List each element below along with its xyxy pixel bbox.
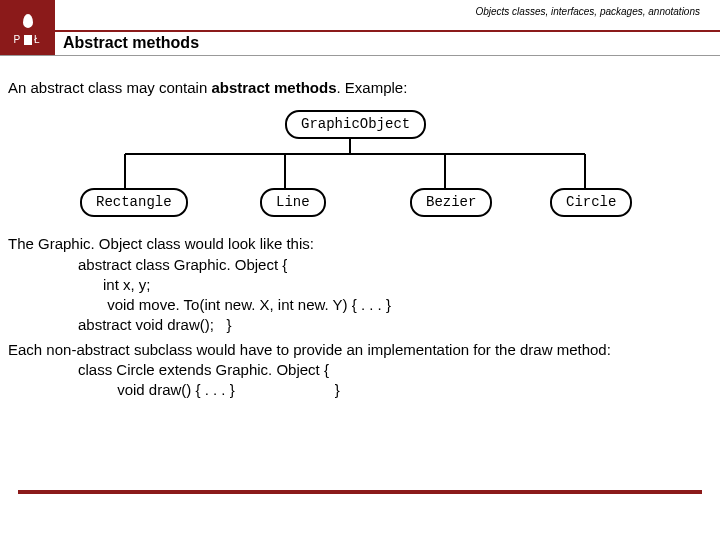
node-graphicobject: GraphicObject (285, 110, 426, 139)
logo-letters: P Ł (13, 34, 41, 45)
slide-header: P Ł Objects classes, interfaces, package… (0, 0, 720, 58)
paragraph-1: The Graphic. Object class would look lik… (8, 234, 712, 254)
node-bezier: Bezier (410, 188, 492, 217)
code2-line2: void draw() { . . . } } (8, 380, 712, 400)
logo-letter-left: P (13, 34, 22, 45)
node-circle: Circle (550, 188, 632, 217)
institution-logo: P Ł (0, 0, 55, 55)
node-line: Line (260, 188, 326, 217)
header-right: Objects classes, interfaces, packages, a… (55, 0, 720, 55)
paragraph-2: Each non-abstract subclass would have to… (8, 340, 712, 360)
code1-line4: abstract void draw(); } (8, 315, 712, 335)
code1-line3: void move. To(int new. X, int new. Y) { … (8, 295, 712, 315)
code1-line1: abstract class Graphic. Object { (8, 255, 712, 275)
code1-line2: int x, y; (8, 275, 712, 295)
footer-divider (18, 490, 702, 494)
header-divider (55, 30, 720, 32)
breadcrumb: Objects classes, interfaces, packages, a… (475, 6, 700, 17)
code2-line1: class Circle extends Graphic. Object { (8, 360, 712, 380)
page-title: Abstract methods (63, 34, 199, 52)
header-bottom-line (0, 55, 720, 56)
slide-content: An abstract class may contain abstract m… (0, 58, 720, 400)
shield-icon (24, 35, 32, 45)
intro-suffix: . Example: (336, 79, 407, 96)
logo-letter-right: Ł (34, 34, 42, 45)
class-hierarchy-diagram: GraphicObject Rectangle Line Bezier Circ… (80, 110, 640, 220)
intro-bold: abstract methods (211, 79, 336, 96)
flame-icon (23, 14, 33, 28)
node-rectangle: Rectangle (80, 188, 188, 217)
intro-prefix: An abstract class may contain (8, 79, 211, 96)
intro-line: An abstract class may contain abstract m… (8, 78, 712, 98)
